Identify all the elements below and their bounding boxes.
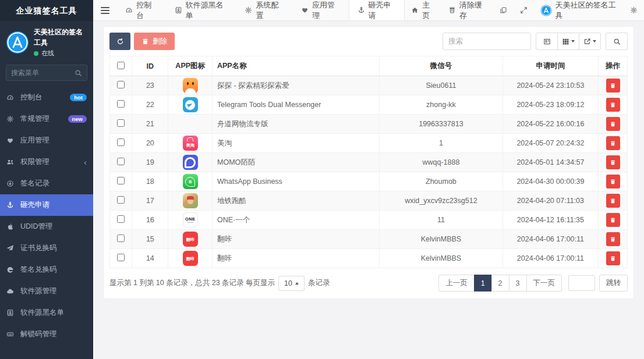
home-label: 主页 bbox=[422, 0, 436, 21]
sidebar-item-1[interactable]: 常规管理new bbox=[0, 108, 93, 130]
sidebar-item-5[interactable]: 砸壳申请 bbox=[0, 194, 93, 216]
topnav: 控制台软件源黑名单系统配置应用管理砸壳申请 主页 清除缓存 天美社区的签名工具 bbox=[93, 0, 644, 21]
column-header-app-name[interactable]: APP名称 bbox=[213, 56, 380, 76]
row-checkbox[interactable] bbox=[117, 254, 125, 261]
row-checkbox[interactable] bbox=[117, 196, 125, 204]
sidebar-item-4[interactable]: 签名记录 bbox=[0, 173, 93, 194]
sidebar-item-3[interactable]: 权限管理‹ bbox=[0, 151, 93, 173]
topnav-user-menu[interactable]: 天美社区的签名工具 bbox=[534, 0, 624, 20]
sidebar-item-0[interactable]: 控制台hot bbox=[0, 87, 93, 108]
search-icon bbox=[75, 69, 82, 77]
address-book-icon bbox=[6, 309, 16, 317]
sidebar-search-input[interactable] bbox=[6, 69, 70, 77]
columns-dropdown-button[interactable] bbox=[557, 33, 579, 50]
delete-button[interactable]: 删除 bbox=[134, 33, 175, 50]
home-link[interactable]: 主页 bbox=[405, 0, 442, 20]
sidebar-item-9[interactable]: 软件源管理 bbox=[0, 280, 93, 302]
tab-3[interactable]: 应用管理 bbox=[292, 0, 349, 20]
page-button-3[interactable]: 3 bbox=[509, 275, 527, 292]
delete-row-button[interactable] bbox=[606, 251, 620, 265]
sidebar: 企业猫签名工具 天美社区的签名工具 在线 控制台hot常规管理new应用管理权限… bbox=[0, 0, 93, 359]
export-dropdown-button[interactable] bbox=[579, 33, 601, 50]
gauge-icon bbox=[6, 94, 16, 101]
delete-row-button[interactable] bbox=[606, 175, 620, 189]
sidebar-item-2[interactable]: 应用管理 bbox=[0, 130, 93, 151]
row-checkbox[interactable] bbox=[117, 119, 125, 127]
cell-wechat: Sieu0611 bbox=[380, 76, 503, 95]
jump-page-input[interactable] bbox=[568, 275, 595, 291]
sidebar-item-label: 控制台 bbox=[20, 93, 43, 102]
delete-row-button[interactable] bbox=[606, 155, 620, 169]
row-checkbox[interactable] bbox=[117, 234, 125, 242]
brand-title: 企业猫签名工具 bbox=[0, 0, 93, 21]
toggle-view-button[interactable] bbox=[536, 33, 558, 50]
sidebar-item-8[interactable]: 签名兑换码 bbox=[0, 259, 93, 280]
fullscreen-button[interactable] bbox=[514, 0, 534, 20]
table-row: 23探探 - 探索精彩探索爱Sieu06112024-05-24 23:10:5… bbox=[110, 76, 628, 95]
tab-2[interactable]: 系统配置 bbox=[236, 0, 292, 20]
page-button-2[interactable]: 2 bbox=[491, 275, 509, 292]
sidebar-item-label: 软件源管理 bbox=[20, 286, 57, 296]
expand-icon bbox=[520, 6, 528, 14]
column-header-app-icon[interactable]: APP图标 bbox=[168, 56, 213, 76]
cell-id: 21 bbox=[132, 115, 168, 134]
applications-table: ID APP图标 APP名称 微信号 申请时间 操作 23探探 - 探索精彩探索… bbox=[109, 56, 628, 268]
cell-apply-time: 2024-05-07 20:24:32 bbox=[503, 134, 598, 153]
tab-4[interactable]: 砸壳申请 bbox=[349, 0, 405, 20]
delete-row-button[interactable] bbox=[606, 98, 620, 112]
settings-button[interactable] bbox=[624, 0, 644, 20]
row-checkbox[interactable] bbox=[117, 81, 125, 88]
select-all-checkbox[interactable] bbox=[117, 62, 125, 69]
delete-row-button[interactable] bbox=[606, 232, 620, 246]
column-header-apply-time[interactable]: 申请时间 bbox=[503, 56, 598, 76]
column-header-id[interactable]: ID bbox=[132, 56, 168, 76]
toggle-search-button[interactable] bbox=[606, 33, 628, 50]
page-size-dropdown[interactable]: 10 bbox=[278, 276, 305, 291]
refresh-tab-button[interactable] bbox=[493, 0, 514, 20]
table-footer: 显示第 1 到第 10 条记录，总共 23 条记录 每页显示 10 条记录 上一… bbox=[109, 275, 628, 292]
trash-icon bbox=[610, 236, 616, 243]
trash-icon bbox=[610, 83, 616, 89]
tab-1[interactable]: 软件源黑名单 bbox=[166, 0, 236, 20]
delete-row-button[interactable] bbox=[606, 213, 620, 227]
next-page-button[interactable]: 下一页 bbox=[526, 275, 562, 292]
prev-page-button[interactable]: 上一页 bbox=[438, 275, 475, 292]
cogs-icon bbox=[6, 115, 16, 123]
table-body: 23探探 - 探索精彩探索爱Sieu06112024-05-24 23:10:5… bbox=[110, 76, 628, 268]
row-checkbox[interactable] bbox=[117, 100, 125, 108]
delete-row-button[interactable] bbox=[606, 117, 620, 131]
sidebar-item-10[interactable]: 软件源黑名单 bbox=[0, 302, 93, 324]
table-search-input[interactable] bbox=[443, 33, 531, 50]
sidebar-search-button[interactable] bbox=[70, 69, 87, 77]
row-checkbox[interactable] bbox=[117, 158, 125, 165]
page-button-1[interactable]: 1 bbox=[474, 275, 492, 292]
sidebar-item-6[interactable]: UDID管理 bbox=[0, 216, 93, 237]
clear-cache-link[interactable]: 清除缓存 bbox=[442, 0, 493, 20]
delete-row-button[interactable] bbox=[606, 79, 620, 93]
delete-row-button[interactable] bbox=[606, 136, 620, 150]
table-card: 删除 bbox=[103, 26, 634, 299]
column-header-wechat[interactable]: 微信号 bbox=[380, 56, 503, 76]
app-icon bbox=[183, 155, 198, 170]
column-header-actions: 操作 bbox=[599, 56, 628, 76]
jump-button[interactable]: 跳转 bbox=[599, 275, 628, 292]
cell-app-name: 舟道网物流专版 bbox=[213, 115, 380, 134]
row-checkbox[interactable] bbox=[117, 177, 125, 184]
tab-0[interactable]: 控制台 bbox=[116, 0, 165, 20]
user-name: 天美社区的签名工具 bbox=[34, 27, 87, 48]
cell-wechat: KelvinMBBS bbox=[380, 249, 503, 268]
sidebar-toggle-button[interactable] bbox=[93, 0, 116, 20]
app-icon-text: 翻咔 bbox=[186, 237, 194, 241]
cell-id: 15 bbox=[132, 230, 168, 249]
cell-apply-time: 2024-04-12 16:11:35 bbox=[503, 211, 598, 230]
row-checkbox[interactable] bbox=[117, 138, 125, 146]
refresh-button[interactable] bbox=[109, 33, 130, 50]
sidebar-item-11[interactable]: 解锁码管理 bbox=[0, 324, 93, 345]
delete-row-button[interactable] bbox=[606, 194, 620, 208]
trash-icon bbox=[610, 198, 616, 204]
user-meta: 天美社区的签名工具 在线 bbox=[34, 27, 87, 58]
row-checkbox[interactable] bbox=[117, 215, 125, 223]
cell-id: 23 bbox=[132, 76, 168, 95]
cell-app-name: ONE·一个 bbox=[213, 211, 380, 230]
sidebar-item-7[interactable]: 证书兑换码 bbox=[0, 237, 93, 259]
